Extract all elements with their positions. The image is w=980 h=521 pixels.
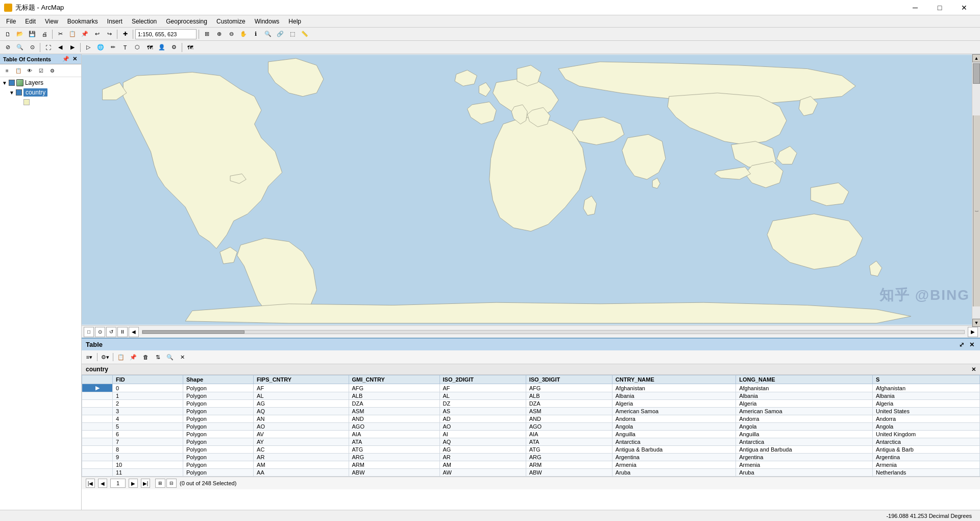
table-row[interactable]: 4PolygonANANDADANDAndorraAndorraAndorra [82, 415, 980, 423]
menu-geoprocessing[interactable]: Geoprocessing [162, 17, 211, 26]
select-feat-btn[interactable]: ⬡ [132, 42, 143, 53]
tool-btn-4[interactable]: 🗺 [144, 42, 155, 53]
menu-customize[interactable]: Customize [212, 17, 250, 26]
table-row[interactable]: ▶0PolygonAFAFGAFAFGAfghanistanAfghanista… [82, 384, 980, 392]
col-header-iso3[interactable]: ISO_3DIGIT [526, 375, 612, 384]
table-view-btn1[interactable]: ⊞ [155, 479, 165, 488]
prev-page-btn[interactable]: ◀ [98, 479, 107, 488]
map-ctrl-btn-pause[interactable]: ⏸ [117, 327, 128, 337]
map-canvas[interactable]: 知乎 @BING [82, 54, 980, 325]
toc-vis-view-btn[interactable]: 👁 [24, 65, 35, 76]
table-copy-btn[interactable]: 📋 [115, 351, 127, 363]
identify-button[interactable]: ℹ [250, 29, 261, 40]
menu-insert[interactable]: Insert [103, 17, 127, 26]
undo-button[interactable]: ↩ [91, 29, 103, 40]
table-header-bar[interactable]: Table ⤢ ✕ [82, 339, 980, 350]
toc-layers-group[interactable]: ▼ Layers [0, 78, 81, 87]
paste-button[interactable]: 📌 [79, 29, 90, 40]
toc-pin-btn[interactable]: 📌 [61, 56, 70, 62]
table-row[interactable]: 5PolygonAOAGOAOAGOAngolaAngolaAngola [82, 423, 980, 431]
menu-help[interactable]: Help [284, 17, 305, 26]
col-header-longname[interactable]: LONG_NAME [736, 375, 873, 384]
tool-btn-5[interactable]: 👤 [156, 42, 167, 53]
pointer-button[interactable]: ✚ [119, 29, 131, 40]
toc-country-layer[interactable]: ▼ country [0, 87, 81, 98]
measure-button[interactable]: 📏 [299, 29, 310, 40]
table-zoom-btn[interactable]: 🔍 [164, 351, 176, 363]
open-button[interactable]: 📂 [14, 29, 26, 40]
col-header-cntry[interactable]: CNTRY_NAME [612, 375, 736, 384]
back-extent-btn[interactable]: ◀ [55, 42, 66, 53]
table-view-btn2[interactable]: ⊟ [166, 479, 177, 488]
extent-button[interactable]: ⊞ [201, 29, 212, 40]
save-button[interactable]: 💾 [27, 29, 38, 40]
next-page-btn[interactable]: ▶ [129, 479, 138, 488]
menu-edit[interactable]: Edit [21, 17, 40, 26]
tool-btn-6[interactable]: ⚙ [168, 42, 180, 53]
globe-btn[interactable]: 🌐 [95, 42, 106, 53]
table-row[interactable]: 11PolygonAAABWAWABWArubaArubaNetherlands [82, 469, 980, 477]
col-header-iso2[interactable]: ISO_2DIGIT [439, 375, 526, 384]
zoom-in-button[interactable]: ⊕ [213, 29, 225, 40]
toc-option-btn[interactable]: ⚙ [47, 65, 57, 76]
first-page-btn[interactable]: |◀ [86, 479, 95, 488]
layers-checkbox[interactable] [9, 80, 15, 86]
table-options-btn[interactable]: ⚙▾ [100, 351, 111, 363]
hscroll-thumb[interactable] [142, 330, 244, 334]
col-header-fid[interactable]: FID [113, 375, 183, 384]
pan-button[interactable]: ✋ [238, 29, 249, 40]
country-checkbox[interactable] [16, 89, 22, 96]
col-header-shape[interactable]: Shape [183, 375, 254, 384]
table-close-tab-btn[interactable]: ✕ [971, 366, 976, 373]
new-button[interactable]: 🗋 [2, 29, 13, 40]
select-button[interactable]: ⬚ [287, 29, 298, 40]
menu-file[interactable]: File [2, 17, 20, 26]
menu-bookmarks[interactable]: Bookmarks [63, 17, 102, 26]
map-ctrl-btn-1[interactable]: □ [84, 327, 94, 337]
table-close-btn[interactable]: ✕ [968, 341, 976, 348]
map-ctrl-btn-left[interactable]: ◀ [129, 327, 139, 337]
page-number-input[interactable] [110, 479, 126, 488]
table-delete-btn[interactable]: 🗑 [140, 351, 151, 363]
table-sort-btn[interactable]: ⇅ [152, 351, 163, 363]
map-ctrl-btn-right[interactable]: ▶ [968, 327, 978, 337]
table-row[interactable]: 8PolygonACATGAGATGAntigua & BarbudaAntig… [82, 446, 980, 454]
menu-view[interactable]: View [41, 17, 62, 26]
scroll-down-btn[interactable]: ▼ [972, 319, 980, 327]
table-row[interactable]: 2PolygonAGDZADZDZAAlgeriaAlgeriaAlgeria [82, 400, 980, 408]
full-extent-btn[interactable]: ⛶ [42, 42, 54, 53]
toc-close-btn[interactable]: ✕ [71, 56, 78, 62]
cut-button[interactable]: ✂ [55, 29, 66, 40]
scale-input[interactable]: 1:150, 655, 623 [135, 29, 197, 39]
magnifier-button[interactable]: 🔍 [262, 29, 274, 40]
toc-source-view-btn[interactable]: 📋 [13, 65, 23, 76]
edit-btn[interactable]: ▷ [83, 42, 94, 53]
tool-btn-3[interactable]: ⊙ [27, 42, 38, 53]
map-ctrl-btn-3[interactable]: ↺ [106, 327, 116, 337]
table-menu-btn[interactable]: ≡▾ [84, 351, 95, 363]
draw-btn[interactable]: ✏ [107, 42, 118, 53]
zoom-out-button[interactable]: ⊖ [226, 29, 237, 40]
close-button[interactable]: ✕ [952, 0, 976, 15]
last-page-btn[interactable]: ▶| [141, 479, 150, 488]
tool-btn-1[interactable]: ⊘ [2, 42, 13, 53]
table-row[interactable]: 10PolygonAMARMAMARMArmeniaArmeniaArmenia [82, 461, 980, 469]
print-button[interactable]: 🖨 [39, 29, 50, 40]
map-ctrl-btn-2[interactable]: ⊙ [95, 327, 105, 337]
minimize-button[interactable]: ─ [903, 0, 927, 15]
table-row[interactable]: 7PolygonAYATAAQATAAntarcticaAntarcticaAn… [82, 438, 980, 446]
col-header-gmi[interactable]: GMI_CNTRY [349, 375, 439, 384]
scroll-up-btn[interactable]: ▲ [972, 54, 980, 62]
redo-button[interactable]: ↪ [104, 29, 115, 40]
toc-sel-view-btn[interactable]: ☑ [36, 65, 46, 76]
table-row[interactable]: 3PolygonAQASMASASMAmerican SamoaAmerican… [82, 408, 980, 415]
hyperlink-button[interactable]: 🔗 [275, 29, 286, 40]
table-float-btn[interactable]: ⤢ [958, 341, 966, 348]
tool-btn-7[interactable]: 🗺 [184, 42, 195, 53]
hscroll-track[interactable] [142, 330, 965, 334]
fwd-extent-btn[interactable]: ▶ [67, 42, 78, 53]
toc-list-view-btn[interactable]: ≡ [2, 65, 12, 76]
text-btn[interactable]: T [119, 42, 131, 53]
table-row[interactable]: 9PolygonARARGARARGArgentinaArgentinaArge… [82, 454, 980, 461]
tool-btn-2[interactable]: 🔍 [14, 42, 26, 53]
